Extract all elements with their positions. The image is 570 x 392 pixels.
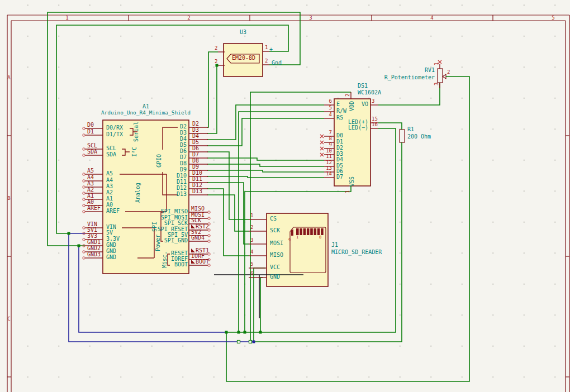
pin-name: LED(−) [341,125,368,131]
a1-group-gpio: GPIO [156,154,162,168]
net-label[interactable]: SCK [191,218,201,223]
r1-value[interactable]: 200 Ohm [407,134,431,140]
net-label[interactable]: D3 [192,127,199,133]
pin-number: 9 [323,142,332,147]
net-label[interactable]: GND1 [87,240,101,245]
pin-name: GND [106,248,116,254]
net-label[interactable]: A4 [87,175,94,180]
pin-name: D9 [164,167,187,173]
pin-number: 1 [434,63,439,65]
inverted-signal-triangle [191,260,195,264]
u3-value[interactable]: EM20-8D [232,55,255,61]
net-label[interactable]: A3 [87,181,94,187]
pin-name: D7 [164,155,187,160]
net-label[interactable]: A1 [87,193,94,199]
pin-number: 3 [372,99,374,104]
net-label[interactable]: 3V3 [87,233,97,239]
frame-column-number: 1 [64,16,70,21]
junction-dot [68,232,70,235]
junction-dot [225,331,228,334]
pin-number: 6 [323,99,332,104]
resistor-r1-symbol[interactable] [400,130,405,142]
net-label[interactable]: D2 [192,121,199,127]
pin-number: 8 [323,136,332,141]
net-label[interactable]: D5 [192,140,199,145]
ds1-value[interactable]: WC1602A [358,90,381,95]
net-label[interactable]: BOOT [191,259,209,265]
unconnected-pin-circle [83,238,85,241]
net-label[interactable]: GND3 [87,252,101,257]
junction-dot [216,64,218,67]
net-label[interactable]: D0 [87,122,94,128]
net-label[interactable]: D1 [87,129,94,135]
rv1-reference[interactable]: RV1 [379,68,435,73]
net-label[interactable]: AREF [87,205,101,211]
unconnected-pin-circle [83,198,85,200]
r1-reference[interactable]: R1 [407,127,414,132]
net-label[interactable]: D13 [192,189,202,194]
net-label[interactable]: D7 [192,152,199,157]
pin-name: SPI_GND [154,238,188,243]
net-label[interactable]: D10 [192,170,202,176]
schematic-canvas[interactable]: U3 EM20-8D + Gnd A1 Arduino_Uno_R4_Minim… [0,0,570,392]
pin-number: 2 [265,59,268,64]
pin-number: 15 [372,117,378,122]
net-label[interactable]: D6 [192,146,199,151]
ds1-reference[interactable]: DS1 [358,83,368,89]
net-label[interactable]: MISO [191,206,205,212]
pin-name: D12 [164,185,187,191]
ds1-vdd-pin-number: 2 [345,94,350,97]
j1-reference[interactable]: J1 [331,242,338,248]
pin-number: 11 [323,154,332,159]
unconnected-pin-circle [83,211,85,213]
net-label[interactable]: D4 [192,133,199,139]
a1-group-serial: Serial [134,122,139,142]
a1-value[interactable]: Arduino_Uno_R4_Minima_Shield [90,110,202,116]
wire-end-marker [249,341,252,343]
pin-name: SCK [270,228,280,233]
pin-number: 2 [215,46,217,51]
pin-number: 13 [323,166,332,171]
frame-row-letter: C [7,317,11,322]
junction-dot [259,331,262,334]
ds1-vss-name: VSS [349,176,355,187]
junction-dot [238,331,240,334]
pin-name: D7 [336,174,343,180]
pin-name: AREF [106,208,120,214]
net-label[interactable]: D9 [192,164,199,170]
net-label[interactable]: A0 [87,199,94,205]
pin-name: D11 [164,179,187,185]
net-label[interactable]: GND4 [191,235,205,241]
net-label[interactable]: A2 [87,187,94,193]
unconnected-pin-circle [208,240,210,242]
pin-name: MISO [270,252,283,258]
pin-name: D3 [164,130,187,136]
net-label[interactable]: D8 [192,158,199,164]
frame-row-letter: B [7,196,11,201]
frame-column-number: 5 [550,16,557,21]
u3-reference[interactable]: U3 [224,30,263,35]
pin-name: SDA [106,152,116,157]
pin-number: 6 [250,271,253,276]
a1-reference[interactable]: A1 [90,104,202,109]
pin-name: 3.3V [106,236,120,242]
net-label[interactable]: 5V1 [87,227,97,233]
net-label[interactable]: SCL [87,143,97,149]
net-label[interactable]: A5 [87,168,94,174]
unconnected-pin-circle [83,186,85,188]
j1-value[interactable]: MICRO_SD_READER [331,250,382,255]
net-label[interactable]: GND2 [87,246,101,251]
pin-name: D1 [336,139,343,145]
pin-name: A2 [106,190,113,195]
potentiometer-rv1-symbol[interactable] [438,69,443,83]
pin-number: 2 [447,70,450,75]
rv1-value[interactable]: R_Potentiometer [379,75,435,80]
net-label[interactable]: D12 [192,183,202,188]
unconnected-pin-circle [83,154,85,156]
pin-number: 1 [250,213,253,218]
net-label[interactable]: D11 [192,176,202,182]
pin-number: 5 [250,262,253,267]
net-label[interactable]: SDA [87,149,97,155]
wire-end-marker [238,341,240,343]
pin-number: 1 [265,45,268,50]
